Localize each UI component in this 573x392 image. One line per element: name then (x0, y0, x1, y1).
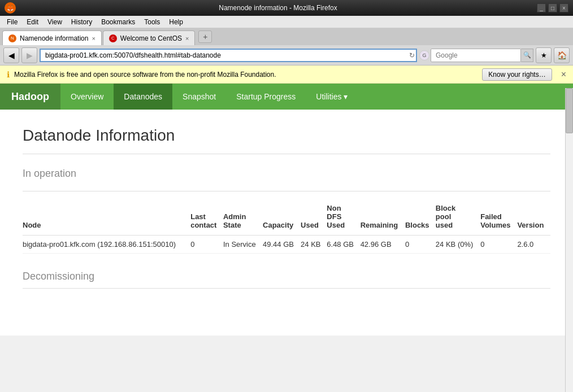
table-row: bigdata-pro01.kfk.com (192.168.86.151:50… (23, 236, 550, 254)
cell-remaining: 42.96 GB (361, 236, 405, 254)
col-last-contact: Lastcontact (190, 201, 223, 236)
nav-snapshot[interactable]: Snapshot (172, 84, 226, 110)
col-node: Node (23, 201, 190, 236)
url-wrapper: ↻ (40, 49, 417, 62)
new-tab-button[interactable]: + (198, 31, 212, 43)
browser-window: 🦊 Namenode information - Mozilla Firefox… (0, 0, 573, 392)
decomm-divider (23, 288, 550, 289)
refresh-button[interactable]: ↻ (409, 51, 415, 59)
col-used: Used (301, 201, 327, 236)
tabs-bar: N Namenode information × C Welcome to Ce… (0, 28, 573, 45)
search-input[interactable] (431, 49, 521, 62)
cell-capacity: 49.44 GB (263, 236, 301, 254)
col-non-dfs-used: NonDFSUsed (327, 201, 360, 236)
nav-startup-progress[interactable]: Startup Progress (226, 84, 306, 110)
col-version: Version (517, 201, 550, 236)
menu-bookmarks[interactable]: Bookmarks (97, 17, 140, 27)
tab-favicon-namenode: N (8, 34, 16, 42)
menu-help[interactable]: Help (164, 17, 188, 27)
home-button[interactable]: 🏠 (554, 47, 570, 63)
col-failed-volumes: FailedVolumes (480, 201, 517, 236)
nav-items: Overview Datanodes Snapshot Startup Prog… (60, 84, 358, 110)
search-submit-button[interactable]: 🔍 (521, 49, 533, 62)
window-controls: _ □ × (537, 3, 568, 12)
maximize-button[interactable]: □ (548, 3, 557, 12)
tab-namenode[interactable]: N Namenode information × (2, 31, 102, 45)
col-capacity: Capacity (263, 201, 301, 236)
table-body: bigdata-pro01.kfk.com (192.168.86.151:50… (23, 236, 550, 254)
tab-close-namenode[interactable]: × (92, 35, 95, 42)
cell-version: 2.6.0 (517, 236, 550, 254)
cell-non-dfs-used: 6.48 GB (327, 236, 360, 254)
page-title: Datanode Information (23, 127, 550, 154)
back-button[interactable]: ◀ (3, 47, 19, 63)
col-admin-state: AdminState (223, 201, 263, 236)
section-divider (23, 191, 550, 191)
url-input[interactable] (40, 49, 417, 62)
notification-icon: ℹ (7, 70, 10, 79)
tab-favicon-centos: C (109, 34, 117, 42)
bookmarks-button[interactable]: ★ (536, 47, 552, 63)
notification-bar: ℹ Mozilla Firefox is free and open sourc… (0, 66, 573, 84)
menu-history[interactable]: History (67, 17, 97, 27)
tab-centos[interactable]: C Welcome to CentOS × (103, 31, 196, 45)
menubar: File Edit View History Bookmarks Tools H… (0, 16, 573, 28)
notification-close-button[interactable]: × (561, 69, 566, 80)
table-header: Node Lastcontact AdminState Capacity Use… (23, 201, 550, 236)
know-your-rights-button[interactable]: Know your rights… (482, 68, 552, 81)
col-block-pool-used: Blockpoolused (436, 201, 480, 236)
main-content: Datanode Information In operation Node L… (0, 110, 573, 336)
close-button[interactable]: × (559, 3, 568, 12)
cell-block-pool-used: 24 KB (0%) (436, 236, 480, 254)
table-header-row: Node Lastcontact AdminState Capacity Use… (23, 201, 550, 236)
datanode-table: Node Lastcontact AdminState Capacity Use… (23, 201, 550, 254)
window-titlebar: 🦊 Namenode information - Mozilla Firefox… (0, 0, 573, 16)
cell-used: 24 KB (301, 236, 327, 254)
notification-text: Mozilla Firefox is free and open source … (14, 71, 478, 79)
minimize-button[interactable]: _ (537, 3, 546, 12)
window-title: Namenode information - Mozilla Firefox (19, 4, 537, 12)
hadoop-logo: Hadoop (0, 84, 60, 110)
forward-button[interactable]: ▶ (21, 47, 37, 63)
tab-label-centos: Welcome to CentOS (120, 34, 182, 42)
hadoop-navbar: Hadoop Overview Datanodes Snapshot Start… (0, 84, 573, 110)
tab-close-centos[interactable]: × (185, 35, 189, 42)
menu-edit[interactable]: Edit (22, 17, 43, 27)
nav-overview[interactable]: Overview (60, 84, 114, 110)
cell-blocks: 0 (405, 236, 436, 254)
search-engine-icon[interactable]: G (419, 50, 429, 60)
nav-utilities[interactable]: Utilities ▾ (306, 84, 358, 110)
scrollbar-thumb[interactable] (566, 88, 573, 133)
col-remaining: Remaining (361, 201, 405, 236)
menu-tools[interactable]: Tools (140, 17, 164, 27)
search-wrapper: G 🔍 (419, 49, 533, 62)
tab-label-namenode: Namenode information (20, 34, 88, 42)
section-decomm-title: Decomissioning (23, 271, 550, 282)
nav-datanodes[interactable]: Datanodes (114, 84, 172, 110)
scrollbar[interactable] (565, 88, 573, 392)
cell-failed-volumes: 0 (480, 236, 517, 254)
cell-admin-state: In Service (223, 236, 263, 254)
firefox-logo-icon: 🦊 (5, 2, 16, 14)
section-operation-title: In operation (23, 168, 550, 180)
menu-view[interactable]: View (43, 17, 67, 27)
cell-last-contact: 0 (190, 236, 223, 254)
addressbar: ◀ ▶ ↻ G 🔍 ★ 🏠 (0, 45, 573, 66)
menu-file[interactable]: File (2, 17, 22, 27)
cell-node: bigdata-pro01.kfk.com (192.168.86.151:50… (23, 236, 190, 254)
col-blocks: Blocks (405, 201, 436, 236)
